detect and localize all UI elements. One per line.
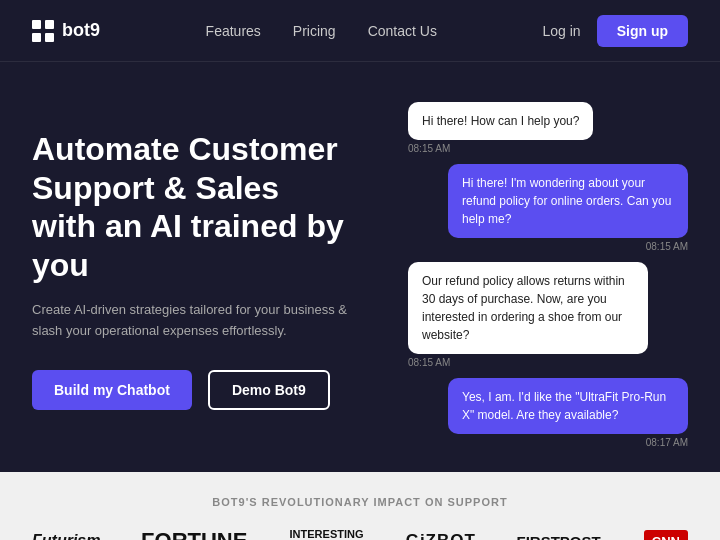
brands-label: BOT9'S REVOLUTIONARY IMPACT ON SUPPORT [32,496,688,508]
brands-row: FuturismFORTUNEINTERESTINGENGINEERINGGiZ… [32,528,688,540]
chat-bubble-left: Hi there! How can I help you? [408,102,593,140]
brand-ie: INTERESTINGENGINEERING [288,528,365,540]
hero-title: Automate Customer Support & Sales with a… [32,130,388,284]
brand-futurism: Futurism [32,532,100,540]
brand-fortune: FORTUNE [141,528,247,540]
chat-bubble-right: Yes, I am. I'd like the "UltraFit Pro-Ru… [448,378,688,434]
logo-text: bot9 [62,20,100,41]
chat-message-group: Our refund policy allows returns within … [408,262,688,368]
nav-pricing[interactable]: Pricing [293,23,336,39]
chat-timestamp: 08:15 AM [408,357,688,368]
brand-gizbot: GiZBOT [406,531,476,540]
build-chatbot-button[interactable]: Build my Chatbot [32,370,192,410]
hero-subtitle: Create AI-driven strategies tailored for… [32,300,372,342]
hero-section: Automate Customer Support & Sales with a… [0,62,720,472]
brand-cnn: CNN [644,530,688,540]
nav-actions: Log in Sign up [543,15,688,47]
login-button[interactable]: Log in [543,23,581,39]
nav-links: Features Pricing Contact Us [206,23,437,39]
chat-message-group: Yes, I am. I'd like the "UltraFit Pro-Ru… [408,378,688,448]
demo-button[interactable]: Demo Bot9 [208,370,330,410]
svg-rect-2 [32,33,41,42]
chat-message-group: Hi there! I'm wondering about your refun… [408,164,688,252]
navbar: bot9 Features Pricing Contact Us Log in … [0,0,720,62]
chat-bubble-right: Hi there! I'm wondering about your refun… [448,164,688,238]
chat-message-group: Hi there! How can I help you?08:15 AM [408,102,688,154]
brands-section: BOT9'S REVOLUTIONARY IMPACT ON SUPPORT F… [0,472,720,540]
logo-icon [32,20,54,42]
svg-rect-0 [32,20,41,29]
hero-buttons: Build my Chatbot Demo Bot9 [32,370,388,410]
nav-contact[interactable]: Contact Us [368,23,437,39]
chat-bubble-left: Our refund policy allows returns within … [408,262,648,354]
logo[interactable]: bot9 [32,20,100,42]
svg-rect-1 [45,20,54,29]
chat-timestamp: 08:17 AM [408,437,688,448]
chat-preview: Hi there! How can I help you?08:15 AMHi … [408,92,688,448]
brand-firstpost: FIRSTPOST. [517,533,604,540]
hero-left: Automate Customer Support & Sales with a… [32,130,408,409]
signup-button[interactable]: Sign up [597,15,688,47]
chat-timestamp: 08:15 AM [408,143,688,154]
svg-rect-3 [45,33,54,42]
nav-features[interactable]: Features [206,23,261,39]
chat-timestamp: 08:15 AM [408,241,688,252]
